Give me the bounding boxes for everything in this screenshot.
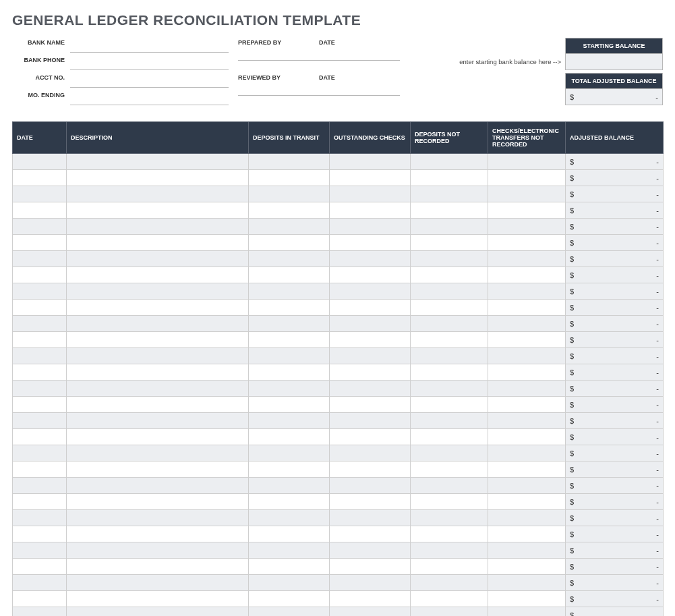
deposits-not-recorded-cell[interactable]: [411, 542, 488, 559]
outstanding-checks-cell[interactable]: [330, 526, 411, 542]
deposits-not-recorded-cell[interactable]: [411, 478, 488, 494]
bank-name-field[interactable]: [70, 38, 229, 53]
deposits-not-recorded-cell[interactable]: [411, 413, 488, 429]
deposits-not-recorded-cell[interactable]: [411, 348, 488, 364]
date-cell[interactable]: [13, 478, 67, 494]
deposits-in-transit-cell[interactable]: [249, 251, 330, 267]
deposits-not-recorded-cell[interactable]: [411, 461, 488, 478]
outstanding-checks-cell[interactable]: [330, 170, 411, 186]
deposits-in-transit-cell[interactable]: [249, 316, 330, 332]
checks-not-recorded-cell[interactable]: [488, 170, 566, 186]
outstanding-checks-cell[interactable]: [330, 575, 411, 591]
outstanding-checks-cell[interactable]: [330, 510, 411, 526]
date-cell[interactable]: [13, 494, 67, 510]
deposits-not-recorded-cell[interactable]: [411, 154, 488, 170]
description-cell[interactable]: [67, 413, 249, 429]
bank-phone-field[interactable]: [70, 55, 229, 70]
outstanding-checks-cell[interactable]: [330, 413, 411, 429]
checks-not-recorded-cell[interactable]: [488, 202, 566, 219]
description-cell[interactable]: [67, 235, 249, 251]
deposits-in-transit-cell[interactable]: [249, 559, 330, 575]
date-cell[interactable]: [13, 154, 67, 170]
outstanding-checks-cell[interactable]: [330, 429, 411, 445]
deposits-in-transit-cell[interactable]: [249, 267, 330, 283]
deposits-not-recorded-cell[interactable]: [411, 397, 488, 413]
deposits-not-recorded-cell[interactable]: [411, 267, 488, 283]
date-cell[interactable]: [13, 591, 67, 607]
deposits-in-transit-cell[interactable]: [249, 300, 330, 316]
deposits-in-transit-cell[interactable]: [249, 397, 330, 413]
date-cell[interactable]: [13, 348, 67, 364]
deposits-not-recorded-cell[interactable]: [411, 251, 488, 267]
checks-not-recorded-cell[interactable]: [488, 526, 566, 542]
deposits-in-transit-cell[interactable]: [249, 202, 330, 219]
checks-not-recorded-cell[interactable]: [488, 575, 566, 591]
outstanding-checks-cell[interactable]: [330, 607, 411, 617]
deposits-in-transit-cell[interactable]: [249, 526, 330, 542]
deposits-in-transit-cell[interactable]: [249, 235, 330, 251]
description-cell[interactable]: [67, 316, 249, 332]
date-cell[interactable]: [13, 316, 67, 332]
outstanding-checks-cell[interactable]: [330, 202, 411, 219]
deposits-not-recorded-cell[interactable]: [411, 381, 488, 397]
deposits-not-recorded-cell[interactable]: [411, 235, 488, 251]
outstanding-checks-cell[interactable]: [330, 154, 411, 170]
outstanding-checks-cell[interactable]: [330, 332, 411, 348]
checks-not-recorded-cell[interactable]: [488, 316, 566, 332]
deposits-in-transit-cell[interactable]: [249, 170, 330, 186]
outstanding-checks-cell[interactable]: [330, 559, 411, 575]
checks-not-recorded-cell[interactable]: [488, 219, 566, 235]
description-cell[interactable]: [67, 381, 249, 397]
outstanding-checks-cell[interactable]: [330, 251, 411, 267]
description-cell[interactable]: [67, 559, 249, 575]
date-cell[interactable]: [13, 332, 67, 348]
outstanding-checks-cell[interactable]: [330, 542, 411, 559]
reviewed-by-field[interactable]: [238, 81, 319, 96]
description-cell[interactable]: [67, 283, 249, 300]
checks-not-recorded-cell[interactable]: [488, 186, 566, 202]
deposits-in-transit-cell[interactable]: [249, 542, 330, 559]
deposits-not-recorded-cell[interactable]: [411, 494, 488, 510]
date-cell[interactable]: [13, 575, 67, 591]
description-cell[interactable]: [67, 186, 249, 202]
date-cell[interactable]: [13, 202, 67, 219]
deposits-in-transit-cell[interactable]: [249, 591, 330, 607]
outstanding-checks-cell[interactable]: [330, 494, 411, 510]
deposits-not-recorded-cell[interactable]: [411, 526, 488, 542]
outstanding-checks-cell[interactable]: [330, 364, 411, 381]
checks-not-recorded-cell[interactable]: [488, 397, 566, 413]
description-cell[interactable]: [67, 300, 249, 316]
checks-not-recorded-cell[interactable]: [488, 510, 566, 526]
outstanding-checks-cell[interactable]: [330, 235, 411, 251]
outstanding-checks-cell[interactable]: [330, 283, 411, 300]
deposits-not-recorded-cell[interactable]: [411, 170, 488, 186]
date-cell[interactable]: [13, 559, 67, 575]
checks-not-recorded-cell[interactable]: [488, 267, 566, 283]
date-cell[interactable]: [13, 429, 67, 445]
outstanding-checks-cell[interactable]: [330, 316, 411, 332]
description-cell[interactable]: [67, 219, 249, 235]
checks-not-recorded-cell[interactable]: [488, 283, 566, 300]
deposits-in-transit-cell[interactable]: [249, 575, 330, 591]
checks-not-recorded-cell[interactable]: [488, 235, 566, 251]
description-cell[interactable]: [67, 542, 249, 559]
deposits-not-recorded-cell[interactable]: [411, 283, 488, 300]
checks-not-recorded-cell[interactable]: [488, 381, 566, 397]
checks-not-recorded-cell[interactable]: [488, 478, 566, 494]
deposits-not-recorded-cell[interactable]: [411, 429, 488, 445]
description-cell[interactable]: [67, 267, 249, 283]
date-cell[interactable]: [13, 300, 67, 316]
date-cell[interactable]: [13, 445, 67, 461]
checks-not-recorded-cell[interactable]: [488, 445, 566, 461]
deposits-not-recorded-cell[interactable]: [411, 607, 488, 617]
checks-not-recorded-cell[interactable]: [488, 494, 566, 510]
checks-not-recorded-cell[interactable]: [488, 542, 566, 559]
deposits-in-transit-cell[interactable]: [249, 219, 330, 235]
description-cell[interactable]: [67, 591, 249, 607]
description-cell[interactable]: [67, 429, 249, 445]
date-cell[interactable]: [13, 526, 67, 542]
date-cell[interactable]: [13, 267, 67, 283]
outstanding-checks-cell[interactable]: [330, 591, 411, 607]
checks-not-recorded-cell[interactable]: [488, 251, 566, 267]
deposits-in-transit-cell[interactable]: [249, 510, 330, 526]
